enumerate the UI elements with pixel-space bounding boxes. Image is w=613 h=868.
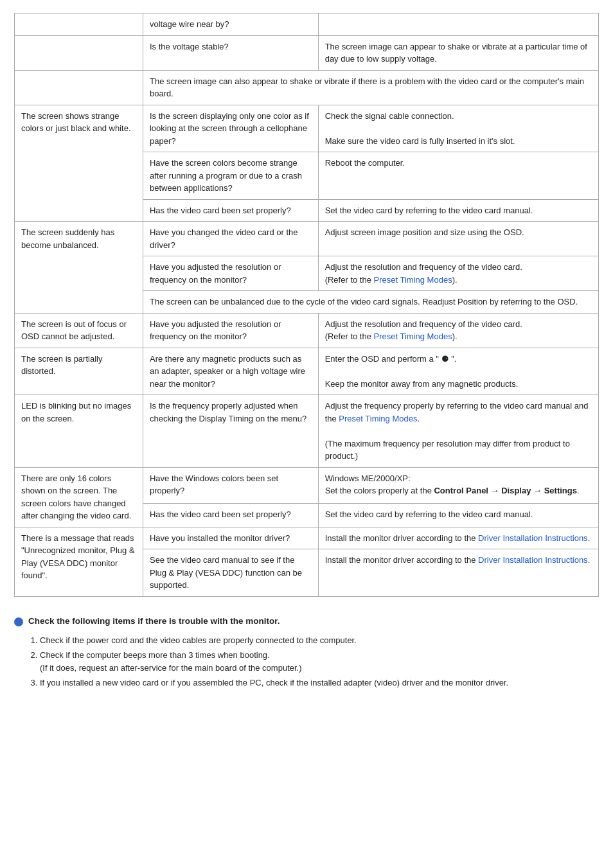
solution-cell: Install the monitor driver according to … [318, 549, 598, 597]
check-text: Is the voltage stable? [150, 42, 229, 51]
solution-text: Install the monitor driver according to … [325, 555, 478, 565]
solution-cell: Install the monitor driver according to … [318, 527, 598, 549]
preset-timing-link-2[interactable]: Preset Timing Modes [374, 332, 452, 341]
check-text: Have you changed the video card or the d… [150, 227, 298, 250]
solution-cell: Adjust the frequency properly by referri… [318, 395, 598, 468]
problem-cell: There is a message that reads "Unrecogni… [15, 527, 143, 596]
solution-text: The screen image can appear to shake or … [325, 42, 587, 64]
problem-cell [15, 35, 143, 70]
check-text: Have you installed the monitor driver? [150, 533, 290, 543]
blue-dot-icon [14, 617, 23, 626]
solution-cell: Set the video card by referring to the v… [318, 504, 598, 527]
solution-cell: Adjust screen image position and size us… [318, 222, 598, 256]
check-text: Is the screen displaying only one color … [150, 111, 309, 146]
solution-text: Reboot the computer. [325, 158, 405, 168]
check-cell: Have the Windows colors been set properl… [143, 467, 318, 504]
driver-install-link-2[interactable]: Driver Installation Instructions [478, 555, 588, 565]
list-item: If you installed a new video card or if … [40, 677, 599, 689]
solution-text-end: . [417, 414, 420, 423]
problem-cell [15, 13, 143, 36]
problem-cell [15, 70, 143, 105]
solution-text: Set the video card by referring to the v… [325, 206, 533, 215]
table-row: The screen image can also appear to shak… [15, 70, 599, 105]
check-cell: Have you installed the monitor driver? [143, 527, 318, 549]
table-row: The screen shows strange colors or just … [15, 105, 599, 152]
check-text: voltage wire near by? [150, 19, 229, 29]
problem-cell: The screen is partially distorted. [15, 348, 143, 395]
list-item-text: Check if the computer beeps more than 3 … [40, 650, 270, 660]
problem-text: LED is blinking but no images on the scr… [21, 401, 131, 423]
solution-text: Enter the OSD and perform a " ⚈ ". [325, 354, 457, 364]
solution-cell: Windows ME/2000/XP:Set the colors proper… [318, 467, 598, 504]
span-text: The screen can be unbalanced due to the … [150, 297, 578, 306]
problem-text: The screen shows strange colors or just … [21, 111, 131, 134]
list-item: Check if the power cord and the video ca… [40, 634, 599, 647]
bottom-header-text: Check the following items if there is tr… [28, 616, 280, 626]
solution-text-2: Make sure the video card is fully insert… [325, 136, 515, 146]
preset-timing-link-3[interactable]: Preset Timing Modes [339, 414, 417, 423]
solution-text-end: ). [452, 332, 458, 341]
trouble-table: voltage wire near by? Is the voltage sta… [14, 13, 599, 597]
solution-cell: Adjust the resolution and frequency of t… [318, 256, 598, 291]
check-text: Have you adjusted the resolution or freq… [150, 319, 281, 342]
solution-text-2: Keep the monitor away from any magnetic … [325, 379, 519, 389]
problem-cell: There are only 16 colors shown on the sc… [15, 467, 143, 527]
solution-cell: Set the video card by referring to the v… [318, 199, 598, 222]
check-text: Has the video card been set properly? [150, 206, 291, 215]
bottom-list: Check if the power cord and the video ca… [33, 634, 599, 689]
table-row: The screen is partially distorted. Are t… [15, 348, 599, 395]
table-row: voltage wire near by? [15, 13, 599, 36]
solution-text-end: . [588, 555, 591, 565]
solution-cell: Enter the OSD and perform a " ⚈ ". Keep … [318, 348, 598, 395]
list-item-text: If you installed a new video card or if … [40, 678, 508, 687]
solution-text-end: ). [452, 275, 458, 285]
solution-cell: Reboot the computer. [318, 152, 598, 200]
check-text: Has the video card been set properly? [150, 509, 291, 519]
problem-text: There is a message that reads "Unrecogni… [21, 533, 135, 581]
check-cell: Has the video card been set properly? [143, 199, 318, 222]
bottom-section: Check the following items if there is tr… [14, 616, 599, 689]
solution-text: Install the monitor driver according to … [325, 533, 478, 543]
list-item-sub: (If it does, request an after-service fo… [40, 663, 302, 673]
check-cell: Are there any magnetic products such as … [143, 348, 318, 395]
check-cell: Have you adjusted the resolution or freq… [143, 313, 318, 348]
problem-cell: The screen shows strange colors or just … [15, 105, 143, 222]
check-cell: Has the video card been set properly? [143, 504, 318, 527]
check-text: Is the frequency properly adjusted when … [150, 401, 306, 423]
check-text: Have you adjusted the resolution or freq… [150, 262, 281, 285]
solution-cell: Check the signal cable connection. Make … [318, 105, 598, 152]
preset-timing-link-1[interactable]: Preset Timing Modes [374, 275, 452, 285]
solution-cell: Adjust the resolution and frequency of t… [318, 313, 598, 348]
table-row: The screen suddenly has become unbalance… [15, 222, 599, 256]
check-cell: Is the screen displaying only one color … [143, 105, 318, 152]
page-container: voltage wire near by? Is the voltage sta… [14, 13, 599, 689]
table-row: Is the voltage stable? The screen image … [15, 35, 599, 70]
solution-text: Adjust screen image position and size us… [325, 227, 524, 237]
problem-cell: The screen is out of focus or OSD cannot… [15, 313, 143, 348]
check-cell: Have the screen colors become strange af… [143, 152, 318, 200]
list-item: Check if the computer beeps more than 3 … [40, 649, 599, 674]
check-cell: See the video card manual to see if the … [143, 549, 318, 597]
problem-text: The screen is partially distorted. [21, 354, 102, 376]
problem-cell: LED is blinking but no images on the scr… [15, 395, 143, 468]
table-row: LED is blinking but no images on the scr… [15, 395, 599, 468]
check-cell: Have you adjusted the resolution or freq… [143, 256, 318, 291]
check-text: Are there any magnetic products such as … [150, 354, 305, 389]
check-cell: Is the frequency properly adjusted when … [143, 395, 318, 468]
check-cell: voltage wire near by? [143, 13, 318, 36]
check-cell: Have you changed the video card or the d… [143, 222, 318, 256]
solution-text: Set the video card by referring to the v… [325, 509, 533, 519]
check-cell: Is the voltage stable? [143, 35, 318, 70]
span-text: The screen image can also appear to shak… [150, 76, 584, 99]
table-row: There are only 16 colors shown on the sc… [15, 467, 599, 504]
check-text: See the video card manual to see if the … [150, 555, 302, 590]
table-row: The screen is out of focus or OSD cannot… [15, 313, 599, 348]
check-text: Have the Windows colors been set properl… [150, 474, 278, 496]
solution-text-end: . [588, 533, 591, 543]
solution-text: Check the signal cable connection. [325, 111, 454, 121]
driver-install-link-1[interactable]: Driver Installation Instructions [478, 533, 588, 543]
span-cell: The screen can be unbalanced due to the … [143, 291, 598, 314]
problem-text: The screen suddenly has become unbalance… [21, 227, 114, 250]
problem-text: The screen is out of focus or OSD cannot… [21, 319, 127, 342]
check-text: Have the screen colors become strange af… [150, 158, 302, 193]
